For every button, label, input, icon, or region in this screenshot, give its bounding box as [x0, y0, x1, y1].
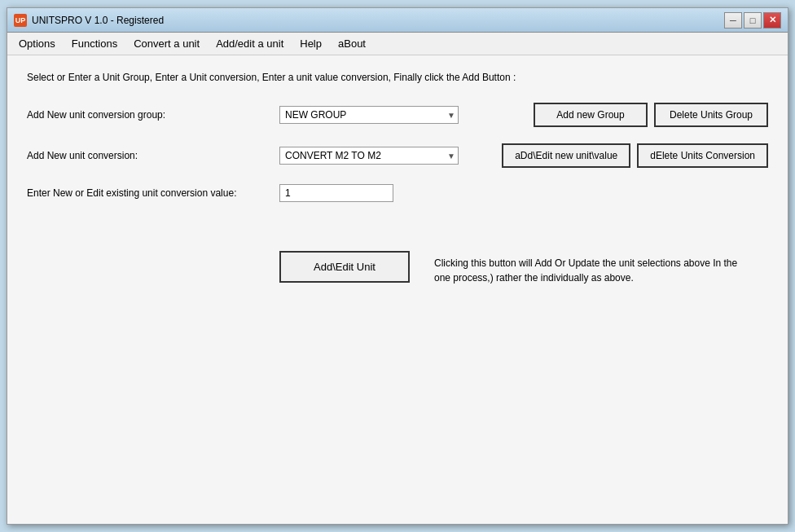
title-bar: UP UNITSPRO V 1.0 - Registered ─ □ ✕: [7, 8, 788, 33]
conversion-dropdown-wrapper: CONVERT M2 TO M2 ▼: [279, 147, 459, 165]
value-row: Enter New or Edit existing unit conversi…: [27, 184, 768, 202]
menu-about[interactable]: aBout: [330, 34, 374, 53]
value-label: Enter New or Edit existing unit conversi…: [27, 187, 279, 199]
app-icon: UP: [14, 14, 27, 27]
conversion-buttons: aDd\Edit new unit\value dElete Units Con…: [502, 143, 768, 168]
add-conversion-button[interactable]: aDd\Edit new unit\value: [502, 143, 630, 168]
value-control: [279, 184, 768, 202]
group-dropdown[interactable]: NEW GROUP: [279, 106, 459, 124]
conversion-dropdown[interactable]: CONVERT M2 TO M2: [279, 147, 459, 165]
title-bar-left: UP UNITSPRO V 1.0 - Registered: [14, 14, 164, 27]
menu-addedit[interactable]: Add/edit a unit: [208, 34, 292, 53]
value-input[interactable]: [279, 184, 393, 202]
conversion-control: CONVERT M2 TO M2 ▼: [279, 147, 485, 165]
menu-options[interactable]: Options: [11, 34, 64, 53]
instruction-text: Select or Enter a Unit Group, Enter a Un…: [27, 72, 768, 83]
close-button[interactable]: ✕: [763, 12, 781, 29]
conversion-row: Add New unit conversion: CONVERT M2 TO M…: [27, 143, 768, 168]
menu-convert[interactable]: Convert a unit: [125, 34, 208, 53]
main-window: UP UNITSPRO V 1.0 - Registered ─ □ ✕ Opt…: [7, 7, 788, 525]
group-dropdown-wrapper: NEW GROUP ▼: [279, 106, 459, 124]
window-title: UNITSPRO V 1.0 - Registered: [32, 15, 164, 26]
minimize-button[interactable]: ─: [724, 12, 742, 29]
group-row: Add New unit conversion group: NEW GROUP…: [27, 103, 768, 127]
maximize-button[interactable]: □: [744, 12, 762, 29]
add-edit-unit-button[interactable]: Add\Edit Unit: [279, 251, 410, 283]
delete-group-button[interactable]: Delete Units Group: [654, 103, 768, 127]
group-control: NEW GROUP ▼: [279, 106, 517, 124]
menu-help[interactable]: Help: [292, 34, 330, 53]
content-area: Select or Enter a Unit Group, Enter a Un…: [7, 55, 788, 524]
add-group-button[interactable]: Add new Group: [534, 103, 648, 127]
title-controls: ─ □ ✕: [724, 12, 781, 29]
bottom-section: Add\Edit Unit Clicking this button will …: [27, 251, 768, 285]
group-label: Add New unit conversion group:: [27, 109, 279, 121]
bottom-description: Clicking this button will Add Or Update …: [434, 251, 744, 285]
menu-bar: Options Functions Convert a unit Add/edi…: [7, 33, 788, 55]
group-buttons: Add new Group Delete Units Group: [534, 103, 768, 127]
conversion-label: Add New unit conversion:: [27, 150, 279, 161]
menu-functions[interactable]: Functions: [64, 34, 125, 53]
delete-conversion-button[interactable]: dElete Units Conversion: [637, 143, 768, 168]
